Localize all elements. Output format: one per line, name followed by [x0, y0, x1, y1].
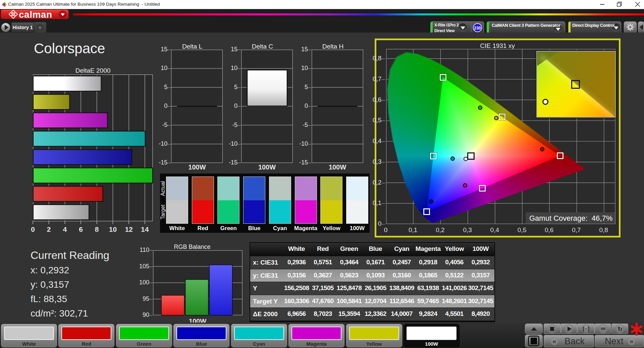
- svg-text:4: 4: [63, 225, 67, 232]
- svg-text:14: 14: [141, 225, 149, 232]
- svg-text:2: 2: [47, 225, 51, 232]
- svg-text:0: 0: [31, 225, 35, 232]
- svg-text:10: 10: [109, 225, 117, 232]
- svg-text:6: 6: [79, 225, 83, 232]
- svg-text:12: 12: [125, 225, 132, 232]
- svg-text:8: 8: [95, 225, 99, 232]
